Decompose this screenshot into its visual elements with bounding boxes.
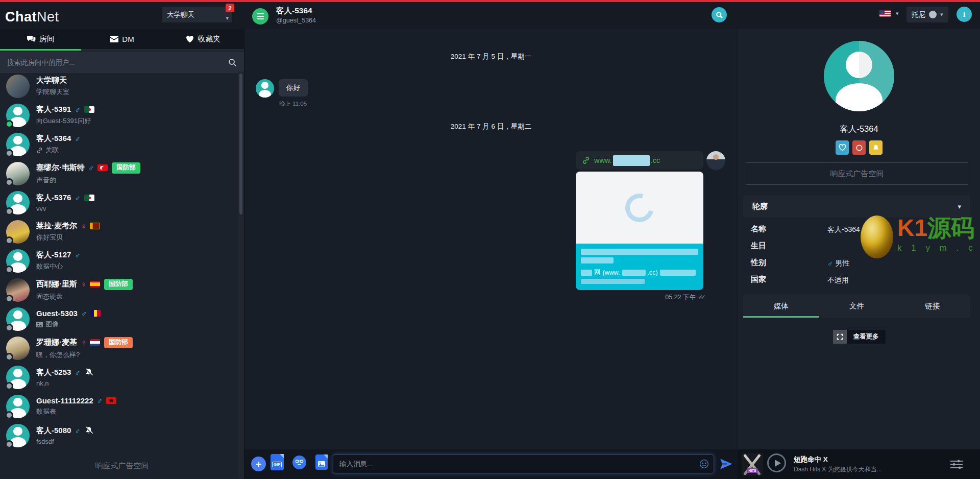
rooms-icon (27, 35, 36, 43)
chatnet-app: ChatNet 大学聊天 ▾ 2 客人-5364 @guest_5364 ▾ 托… (0, 0, 980, 479)
status-badge (5, 178, 13, 186)
flag-netherlands-icon (90, 339, 100, 346)
image-icon (36, 322, 43, 327)
logo-part-net: Net (37, 9, 59, 25)
sticker-picker-button[interactable] (292, 456, 306, 469)
flag-andorra-icon (90, 310, 101, 317)
status-badge (5, 266, 13, 274)
notification-badge: 2 (226, 4, 234, 12)
play-button[interactable] (767, 453, 786, 472)
profile-tabs: 媒体 文件 链接 (743, 294, 970, 318)
player-settings-icon[interactable] (950, 460, 963, 469)
outgoing-message: www..cc 网 (www. .cc) (576, 151, 725, 302)
flag-algeria-icon (84, 195, 94, 201)
send-button[interactable] (719, 457, 733, 471)
male-icon: ♂ (75, 134, 80, 143)
link-preview-card[interactable]: 网 (www. .cc) (576, 172, 703, 290)
chat-header-username: @guest_5364 (276, 17, 316, 24)
block-circle-icon (855, 144, 863, 152)
room-menu-button[interactable] (252, 8, 268, 25)
tab-files[interactable]: 文件 (819, 294, 894, 318)
field-value: 客人-5364 (827, 224, 860, 235)
flag-algeria-icon (84, 106, 94, 113)
status-badge (5, 411, 13, 419)
male-icon: ♂ (75, 105, 80, 114)
language-selector[interactable]: ▾ (879, 10, 899, 17)
room-select-dropdown[interactable]: 大学聊天 ▾ 2 (162, 7, 232, 22)
status-badge (5, 236, 13, 245)
search-input[interactable] (0, 52, 244, 73)
user-name: 客人-5253 (36, 368, 71, 377)
user-status-message: 关联 (45, 146, 59, 155)
tab-favorites[interactable]: 收藏夹 (163, 29, 244, 49)
block-button[interactable] (852, 140, 866, 155)
app-logo[interactable]: ChatNet (5, 9, 59, 25)
list-item[interactable]: 塞缪尔·韦斯特♂国防部 声音的 (0, 159, 238, 188)
user-status-message: 数据表 (36, 407, 56, 416)
avatar (6, 104, 30, 127)
sidebar: 房间 DM 收藏夹 大学聊天 学院聊天室 (0, 29, 244, 479)
status-badge (5, 353, 13, 361)
avatar (6, 337, 30, 360)
avatar[interactable] (256, 79, 274, 98)
profile-avatar (824, 41, 894, 111)
avatar (6, 424, 30, 447)
tab-dm[interactable]: DM (81, 29, 162, 49)
link-message-bubble[interactable]: www..cc (576, 151, 703, 170)
role-badge: 国防部 (112, 162, 140, 174)
current-user-menu[interactable]: 托尼 ▾ (906, 7, 948, 22)
like-button[interactable] (836, 140, 849, 155)
list-item[interactable]: 客人-5253♂ nk,n (0, 363, 238, 392)
redacted-block (613, 155, 650, 166)
image-upload-button[interactable] (315, 454, 328, 470)
message-input[interactable] (333, 455, 714, 473)
tab-links[interactable]: 链接 (895, 294, 970, 318)
chat-area: 2021 年 7 月 5 日，星期一 你好 晚上 11:05 2021 年 7 … (244, 29, 738, 449)
link-url-suffix: .cc (651, 156, 660, 164)
sidebar-ad-placeholder: 响应式广告空间 (0, 461, 244, 471)
flag-sri-lanka-icon (90, 223, 100, 229)
profile-field: 生日 (751, 241, 965, 252)
profile-section-toggle[interactable]: 轮廓 ▾ (743, 195, 970, 218)
tab-media[interactable]: 媒体 (743, 294, 819, 318)
avatar[interactable] (706, 151, 725, 170)
loading-spinner-icon (620, 188, 659, 227)
sidebar-scrollbar[interactable] (238, 71, 244, 479)
see-more-button[interactable]: 查看更多 (833, 330, 886, 344)
user-name: Guest-11112222 (36, 396, 93, 405)
list-item[interactable]: 客人-5364♂ 关联 (0, 130, 238, 159)
date-separator: 2021 年 7 月 5 日，星期一 (244, 52, 738, 61)
list-item[interactable]: Guest-5303♂ 图像 (0, 304, 238, 333)
tab-label: 收藏夹 (198, 34, 220, 44)
list-item[interactable]: 莱拉·麦考尔♀ 你好宝贝 (0, 217, 238, 246)
list-item[interactable]: 西耶娜·里斯♀国防部 固态硬盘 (0, 275, 238, 304)
info-button[interactable]: i (957, 7, 972, 22)
link-icon (582, 156, 590, 164)
notify-button[interactable] (869, 140, 883, 155)
list-item[interactable]: Guest-11112222♂ 数据表 (0, 392, 238, 421)
gif-picker-button[interactable]: GIF (271, 454, 284, 470)
scrollbar-thumb[interactable] (239, 74, 242, 214)
chevron-down-icon: ▾ (958, 203, 961, 210)
status-badge (5, 149, 13, 157)
avatar (929, 11, 937, 18)
chat-search-button[interactable] (712, 7, 727, 22)
list-item[interactable]: 客人-5127♂ 数据中心 (0, 246, 238, 275)
message-input-bar: + GIF (244, 449, 738, 479)
field-label: 名称 (751, 224, 827, 235)
add-attachment-button[interactable]: + (251, 457, 266, 471)
room-subtitle: 学院聊天室 (36, 87, 69, 97)
emoji-picker-icon[interactable] (699, 459, 709, 469)
list-item[interactable]: 客人-5391♂ 向Guest-5391问好 (0, 101, 238, 130)
list-item[interactable]: 大学聊天 学院聊天室 (0, 71, 238, 101)
role-badge: 国防部 (104, 337, 133, 348)
profile-ad-placeholder: 响应式广告空间 (746, 162, 968, 185)
list-item[interactable]: 罗珊娜·麦基♀国防部 嘿，你怎么样? (0, 333, 238, 363)
preview-text: .cc) (648, 269, 658, 276)
tab-rooms[interactable]: 房间 (0, 29, 81, 49)
avatar (6, 366, 30, 389)
list-item[interactable]: 客人-5080♂ fsdsdf (0, 421, 238, 450)
list-item[interactable]: 客人-5376♂ vvv (0, 188, 238, 217)
status-badge (5, 120, 13, 128)
status-badge (5, 324, 13, 332)
